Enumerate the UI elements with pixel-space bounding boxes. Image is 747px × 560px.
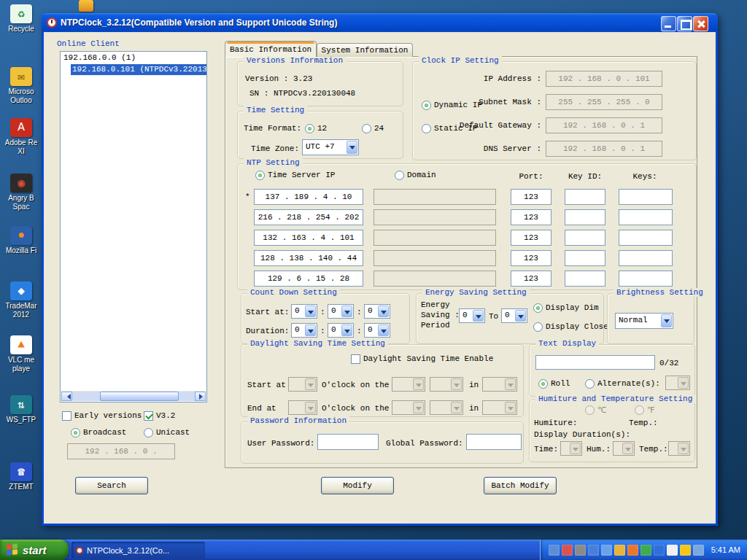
alternate-radio[interactable] [585,379,595,389]
desktop-icon-vlc[interactable]: ▲ VLC meplaye [1,335,41,373]
user-password-input[interactable] [317,434,379,450]
time-format-12-radio[interactable] [305,124,314,133]
minimize-button[interactable] [661,16,676,31]
scroll-track[interactable] [72,392,195,401]
ip-address-label: IP Address : [413,74,541,84]
unicast-radio[interactable] [144,428,153,438]
broadcast-radio[interactable] [71,428,80,438]
ntp-port-input-4[interactable] [511,250,551,266]
scroll-right-icon[interactable] [195,392,206,401]
desktop-icon-wsftp[interactable]: ⇅ WS_FTP [1,395,41,424]
chevron-down-icon [678,443,689,454]
taskbar-item-ntpclock[interactable]: NTPClock_3.2.12(Co... [71,542,205,559]
tray-shield-icon[interactable] [614,545,625,556]
tray-messenger-icon[interactable] [562,545,573,556]
ntp-keyid-input-4[interactable] [565,250,605,266]
search-button[interactable]: Search [75,477,148,494]
desktop-icon-qq[interactable] [79,0,93,12]
roll-radio[interactable] [538,379,548,389]
desktop-icon-ztemt[interactable]: ☎ ZTEMT [1,462,41,491]
start-button[interactable]: start [0,540,69,560]
tray-usb-icon[interactable] [575,545,586,556]
countdown-start-sec-select[interactable]: 0 [364,304,390,319]
early-versions-checkbox[interactable] [62,411,71,421]
ntp-port-input-3[interactable] [511,230,551,246]
brightness-select[interactable]: Normal [615,313,673,329]
ntp-keys-input-2[interactable] [619,209,673,225]
ntp-keyid-input-5[interactable] [565,271,605,287]
energy-to-select[interactable]: 0 [501,308,527,323]
desktop-icon-firefox[interactable]: ● Mozilla Fi [1,226,41,255]
ntp-keys-input-3[interactable] [619,230,673,246]
time-format-24-radio[interactable] [362,124,371,133]
chevron-down-icon[interactable] [305,324,316,336]
maximize-button[interactable] [677,16,692,31]
ntp-ip-input-3[interactable] [254,230,363,246]
ntp-port-input-2[interactable] [511,209,551,225]
chevron-down-icon[interactable] [378,324,389,336]
display-dim-radio[interactable] [533,303,543,313]
ntp-keyid-input-3[interactable] [565,230,605,246]
tray-network-icon[interactable] [588,545,599,556]
desktop-icon-recycle-bin[interactable]: ♻ Recycle [1,4,41,34]
horizontal-scrollbar[interactable] [61,391,206,401]
desktop-icon-angry-birds[interactable]: ◉ Angry BSpac [1,174,41,211]
tab-system-information[interactable]: System Information [317,43,413,57]
ntp-keys-input-4[interactable] [619,250,673,266]
tray-audio-icon[interactable] [601,545,612,556]
ntp-keys-input-1[interactable] [619,189,673,205]
tab-basic-information[interactable]: Basic Information [225,41,317,57]
ntp-keyid-input-1[interactable] [565,189,605,205]
ntp-ip-input-5[interactable] [254,271,363,287]
domain-radio[interactable] [395,171,404,180]
batch-modify-button[interactable]: Batch Modify [484,477,557,494]
desktop-icon-adobe-reader[interactable]: A Adobe ReXI [1,118,41,156]
chevron-down-icon[interactable] [473,310,484,322]
chevron-down-icon[interactable] [378,306,389,317]
tray-antivirus-icon[interactable] [640,545,651,556]
chevron-down-icon[interactable] [661,314,672,327]
countdown-start-min-select[interactable]: 0 [328,304,354,319]
tray-display-icon[interactable] [549,545,560,556]
countdown-dur-min-select[interactable]: 0 [328,323,354,338]
global-password-input[interactable] [466,434,522,450]
list-item-client-selected[interactable]: 192.168.0.101 (NTPDCv3.220130 [71,64,206,75]
scroll-left-icon[interactable] [61,392,72,401]
list-item-network[interactable]: 192.168.0.0 (1) [61,52,206,63]
countdown-start-hour-select[interactable]: 0 [291,304,317,319]
tray-qq-icon[interactable] [667,545,678,556]
time-server-ip-radio[interactable] [255,171,265,180]
display-text-input[interactable] [535,355,655,370]
titlebar[interactable]: NTPClock_3.2.12(Compatible Version and S… [42,13,718,32]
countdown-dur-sec-select[interactable]: 0 [364,323,390,338]
chevron-down-icon[interactable] [341,306,352,317]
ntp-keys-input-5[interactable] [619,271,673,287]
chevron-down-icon[interactable] [515,310,526,322]
ntp-ip-input-1[interactable] [254,189,363,205]
scroll-thumb[interactable] [100,392,179,401]
time-zone-select[interactable]: UTC +7 [302,139,359,155]
ntp-ip-input-2[interactable] [254,209,363,225]
daylight-enable-checkbox[interactable] [351,354,360,364]
ntp-port-input-5[interactable] [511,271,551,287]
desktop-icon-trademanager[interactable]: ◆ TradeMar2012 [1,281,41,319]
countdown-dur-hour-select[interactable]: 0 [291,323,317,338]
chevron-down-icon[interactable] [341,324,352,336]
energy-from-select[interactable]: 0 [459,308,485,323]
ntp-ip-input-4[interactable] [254,250,363,266]
chevron-down-icon[interactable] [305,306,316,317]
tray-firefox-icon[interactable] [627,545,638,556]
client-list[interactable]: 192.168.0.0 (1) 192.168.0.101 (NTPDCv3.2… [60,51,207,402]
close-button[interactable] [693,16,708,31]
display-close-radio[interactable] [533,322,543,332]
ntp-keyid-input-2[interactable] [565,209,605,225]
modify-button[interactable]: Modify [321,477,394,494]
tray-volume-icon[interactable] [693,545,704,556]
desktop-icon-outlook[interactable]: ✉ MicrosoOutloo [1,67,41,105]
v32-checkbox[interactable] [144,411,153,421]
tray-media-player-icon[interactable] [654,545,665,556]
chevron-down-icon[interactable] [347,141,357,154]
sn-text: SN : NTPDCv3.220130048 [249,88,355,98]
ntp-port-input-1[interactable] [511,189,551,205]
tray-download-icon[interactable] [680,545,691,556]
